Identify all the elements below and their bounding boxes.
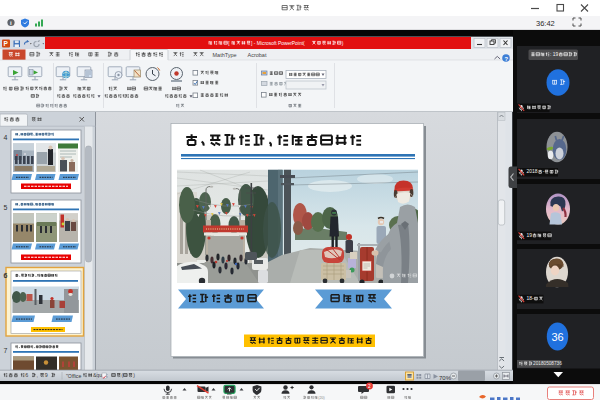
svg-text:: 19: : 19 <box>550 51 559 57</box>
svg-text:4: 4 <box>4 134 8 141</box>
svg-text:(20): (20) <box>318 396 324 400</box>
svg-text:6: 6 <box>25 372 28 378</box>
svg-text:] - Microsoft PowerPoint(: ] - Microsoft PowerPoint( <box>251 41 305 46</box>
svg-text:20180508736: 20180508736 <box>533 361 562 366</box>
svg-text:MathType: MathType <box>213 52 237 58</box>
svg-text:70%: 70% <box>439 375 452 381</box>
svg-text:19: 19 <box>527 232 533 238</box>
svg-text:18-: 18- <box>527 295 535 301</box>
svg-text:P: P <box>4 40 9 47</box>
svg-text:Acrobat: Acrobat <box>248 52 267 58</box>
svg-text:2018: 2018 <box>527 168 538 174</box>
svg-text:2: 2 <box>368 384 371 389</box>
svg-text:9: 9 <box>45 372 48 378</box>
svg-text:36: 36 <box>552 331 564 343</box>
svg-text:5: 5 <box>4 204 8 211</box>
svg-text:36:42: 36:42 <box>536 19 555 28</box>
svg-text:?: ? <box>504 56 508 62</box>
svg-text:7: 7 <box>4 347 8 354</box>
svg-text:"Office: "Office <box>66 373 81 379</box>
svg-text:6: 6 <box>4 272 8 279</box>
